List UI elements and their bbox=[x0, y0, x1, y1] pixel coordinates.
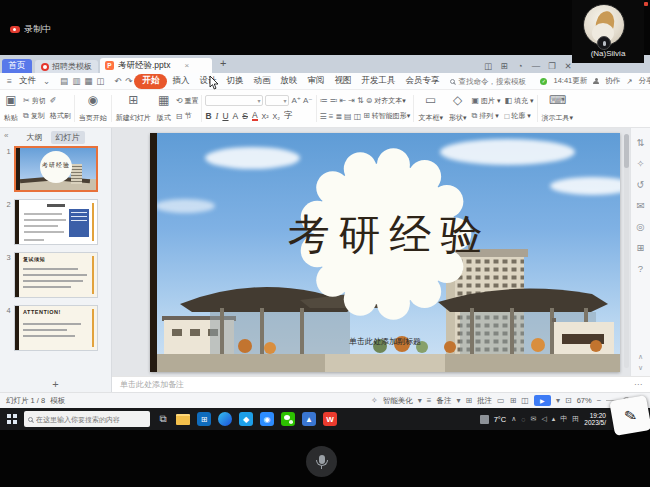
close-tab-icon[interactable]: × bbox=[184, 61, 189, 70]
char-spacing-button[interactable]: A bbox=[233, 111, 239, 121]
redo-icon[interactable]: ↷ bbox=[123, 76, 134, 86]
taskbar-search-input[interactable] bbox=[36, 416, 144, 423]
menu-animation[interactable]: 动画 bbox=[248, 74, 275, 88]
to-smartart-button[interactable]: ⊞ 转智能图形▾ bbox=[363, 111, 410, 121]
history-tool-icon[interactable]: ↺ bbox=[637, 179, 645, 190]
bold-button[interactable]: B bbox=[205, 111, 211, 121]
previous-slide-icon[interactable]: ∧ bbox=[638, 353, 643, 361]
zoom-out-icon[interactable]: − bbox=[597, 396, 602, 405]
menu-file[interactable]: 文件 bbox=[14, 74, 41, 88]
shapes-button[interactable]: ◇ 形状▾ bbox=[446, 92, 470, 125]
superscript-button[interactable]: X² bbox=[262, 113, 269, 120]
notes-bar[interactable]: 单击此处添加备注 ⋯ bbox=[112, 376, 650, 392]
new-slide-button[interactable]: ⊞ 新建幻灯片 bbox=[113, 92, 154, 125]
play-from-current-button[interactable]: ◉ 当页开始 bbox=[76, 92, 110, 125]
resize-tool-icon[interactable]: ⇅ bbox=[637, 137, 645, 148]
undo-icon[interactable]: ↶ bbox=[112, 76, 123, 86]
fill-button[interactable]: ◧填充▾ bbox=[504, 96, 533, 106]
share-button[interactable]: 分享 bbox=[639, 76, 650, 86]
beautify-tool-icon[interactable]: ✧ bbox=[637, 158, 645, 169]
outdent-icon[interactable]: ⇤ bbox=[340, 96, 347, 105]
selection-tool-icon[interactable]: ◎ bbox=[636, 221, 644, 232]
phonetic-button[interactable]: 字 bbox=[284, 110, 293, 122]
number-list-icon[interactable]: ≕ bbox=[330, 96, 338, 105]
line-spacing-icon[interactable]: ⇅ bbox=[357, 96, 364, 105]
add-slide-button[interactable]: + bbox=[0, 378, 111, 390]
italic-button[interactable]: I bbox=[216, 111, 219, 121]
align-center-icon[interactable]: ≡ bbox=[329, 112, 334, 121]
slide-canvas[interactable]: 考研经验 单击此处添加副标题 bbox=[150, 133, 620, 372]
taskbar-clock[interactable]: 19:20 2023/5/ bbox=[584, 412, 606, 427]
tab-document[interactable]: P 考研经验.pptx × bbox=[100, 58, 212, 73]
theme-label[interactable]: 模板 bbox=[50, 396, 65, 406]
increase-font-icon[interactable]: A⁺ bbox=[291, 96, 301, 105]
ime-indicator[interactable]: 中 bbox=[560, 414, 567, 424]
tab-slides[interactable]: 幻灯片 bbox=[51, 131, 85, 144]
slide-thumbnail-3[interactable]: 复试须知 bbox=[14, 252, 98, 298]
menu-slideshow[interactable]: 放映 bbox=[275, 74, 302, 88]
notes-placeholder[interactable]: 单击此处添加备注 bbox=[120, 379, 184, 390]
decrease-font-icon[interactable]: A⁻ bbox=[303, 96, 313, 105]
tray-mail-icon[interactable]: ✉ bbox=[531, 415, 537, 423]
copy-button[interactable]: ⧉复制 bbox=[23, 111, 46, 121]
collapse-panel-icon[interactable]: « bbox=[4, 131, 8, 140]
skin-icon[interactable]: ◔ bbox=[512, 61, 528, 71]
indent-icon[interactable]: ⇥ bbox=[348, 96, 355, 105]
menu-home[interactable]: 开始 bbox=[134, 74, 167, 89]
columns-icon[interactable]: ◫ bbox=[354, 112, 362, 121]
slide-subtitle-placeholder[interactable]: 单击此处添加副标题 bbox=[150, 336, 620, 347]
subscript-button[interactable]: X₂ bbox=[273, 113, 280, 120]
command-search-input[interactable] bbox=[458, 77, 540, 86]
workbench-icon[interactable]: ⊞ bbox=[496, 61, 512, 71]
menu-developer[interactable]: 开发工具 bbox=[356, 74, 400, 88]
file-explorer-icon[interactable] bbox=[176, 414, 190, 425]
network-icon[interactable]: ▴ bbox=[552, 415, 556, 423]
help-tool-icon[interactable]: ? bbox=[638, 263, 643, 274]
notes-toggle[interactable]: 备注 bbox=[436, 396, 451, 406]
underline-button[interactable]: U bbox=[222, 111, 228, 121]
menu-review[interactable]: 审阅 bbox=[302, 74, 329, 88]
align-text-button[interactable]: ⊜ 对齐文本▾ bbox=[366, 96, 406, 106]
tab-docer-templates[interactable]: 招聘类模板 bbox=[35, 60, 98, 73]
strikethrough-button[interactable]: S bbox=[242, 111, 248, 121]
arrange-button[interactable]: ⧉排列▾ bbox=[471, 111, 500, 121]
bullet-list-icon[interactable]: ≔ bbox=[320, 96, 328, 105]
new-tab-button[interactable]: + bbox=[220, 57, 226, 69]
scrollbar-thumb[interactable] bbox=[624, 134, 629, 168]
wechat-icon[interactable] bbox=[281, 412, 295, 426]
reset-button[interactable]: ⟲重置 bbox=[176, 96, 199, 106]
layout-switch-icon[interactable]: ◫ bbox=[480, 61, 496, 71]
cut-button[interactable]: ✂剪切 bbox=[23, 96, 46, 106]
outline-button[interactable]: □轮廓▾ bbox=[504, 111, 533, 121]
collaborate-button[interactable]: 协作 bbox=[605, 76, 620, 86]
vertical-scrollbar[interactable] bbox=[624, 134, 629, 368]
participant-tile[interactable]: (Na)Silvia bbox=[572, 0, 644, 63]
picture-button[interactable]: ▣图片▾ bbox=[471, 96, 500, 106]
panel-tool-icon[interactable]: ⊞ bbox=[637, 242, 645, 253]
volume-icon[interactable]: ◁ bbox=[541, 415, 546, 423]
minimize-button[interactable]: — bbox=[528, 61, 544, 71]
font-size-select[interactable]: ▾ bbox=[265, 95, 289, 106]
start-button[interactable] bbox=[7, 414, 17, 424]
hamburger-icon[interactable]: ≡ bbox=[5, 76, 14, 86]
edge-browser-icon[interactable] bbox=[218, 412, 232, 426]
menu-view[interactable]: 视图 bbox=[329, 74, 356, 88]
restore-button[interactable]: ❐ bbox=[544, 61, 560, 71]
annotation-note-icon[interactable]: ✎ bbox=[609, 395, 650, 436]
meeting-app-icon[interactable]: ◉ bbox=[260, 412, 274, 426]
store-icon[interactable]: ⊞ bbox=[197, 412, 211, 426]
tab-outline[interactable]: 大纲 bbox=[27, 132, 43, 143]
menu-member[interactable]: 会员专享 bbox=[400, 74, 444, 88]
photos-app-icon[interactable]: ▲ bbox=[302, 412, 316, 426]
slide-thumbnail-2[interactable] bbox=[14, 199, 98, 245]
export-icon[interactable]: ▦ bbox=[82, 76, 94, 86]
slide-thumbnail-1[interactable]: 考研经验 bbox=[14, 146, 98, 192]
taskbar-search[interactable] bbox=[24, 411, 150, 427]
slide-title[interactable]: 考研经验 bbox=[150, 207, 620, 263]
mic-button[interactable] bbox=[306, 446, 337, 477]
font-color-button[interactable]: A bbox=[252, 111, 258, 121]
weather-icon[interactable] bbox=[480, 415, 489, 424]
notes-more-icon[interactable]: ⋯ bbox=[634, 380, 642, 389]
menu-transition[interactable]: 切换 bbox=[221, 74, 248, 88]
temperature[interactable]: 7°C bbox=[494, 415, 507, 424]
